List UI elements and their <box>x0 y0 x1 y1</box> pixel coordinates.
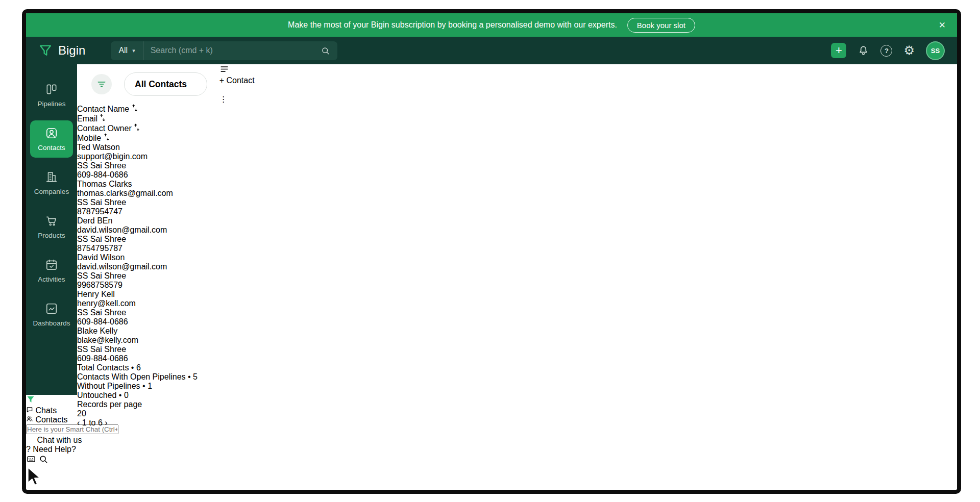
table-row[interactable]: Thomas Clarks thomas.clarks@gmail.com SS… <box>77 180 957 216</box>
contact-name[interactable]: Derd BEn <box>77 216 112 225</box>
contact-name-cell: David Wilson <box>77 253 957 262</box>
contact-mobile: 609-884-0686 <box>77 317 128 326</box>
search-input[interactable] <box>143 46 321 55</box>
search-scope-dropdown[interactable]: All ▾ <box>111 41 143 60</box>
sidebar-item-companies[interactable]: Companies <box>30 164 73 202</box>
sidebar-item-contacts[interactable]: Contacts <box>30 120 73 158</box>
table-row[interactable]: Blake Kelly blake@kelly.com SS Sai Shree… <box>77 327 957 363</box>
next-page-button[interactable]: › <box>105 418 107 427</box>
contact-email-cell: david.wilson@gmail.com <box>77 225 957 235</box>
contact-email: thomas.clarks@gmail.com <box>77 189 173 197</box>
sort-icon[interactable] <box>132 105 138 113</box>
contact-email: david.wilson@gmail.com <box>77 225 167 234</box>
record-range: 1 to 6 <box>82 418 103 427</box>
contact-mobile-cell: 8787954747 <box>77 207 957 216</box>
contact-mobile-cell: 9968758579 <box>77 281 957 290</box>
owner-avatar: SS <box>77 345 88 354</box>
column-header-email[interactable]: Email <box>77 114 957 123</box>
dashboards-icon <box>45 302 58 315</box>
more-options-button[interactable]: ⋮ <box>219 94 255 104</box>
chevron-down-icon: ▾ <box>193 81 197 88</box>
main-content: All Contacts ▾ ▾ + Contact <box>77 64 957 395</box>
contact-mobile: 609-884-0686 <box>77 170 128 179</box>
records-per-page-label: Records per page <box>77 400 142 409</box>
column-header-contact-owner[interactable]: Contact Owner <box>77 123 957 133</box>
table-row[interactable]: Henry Kell henry@kell.com SS Sai Shree 6… <box>77 290 957 327</box>
bullet-icon: • <box>142 382 145 390</box>
help-icon[interactable]: ? <box>880 45 892 57</box>
view-options-button[interactable]: ▾ <box>219 64 255 76</box>
contact-name[interactable]: Thomas Clarks <box>77 180 132 188</box>
sidebar-label: Activities <box>38 275 65 283</box>
sort-icon[interactable] <box>100 114 106 123</box>
stat-label: Total Contacts <box>77 363 129 372</box>
products-icon <box>45 214 58 228</box>
contact-email: david.wilson@gmail.com <box>77 262 167 271</box>
banner-close-icon[interactable]: ✕ <box>939 20 946 31</box>
user-avatar[interactable]: SS <box>926 41 945 60</box>
contact-email-cell: support@bigin.com <box>77 152 957 161</box>
column-header-mobile[interactable]: Mobile <box>77 133 957 143</box>
list-view-icon <box>219 64 229 74</box>
chat-bubble-icon <box>26 434 35 443</box>
search-icon[interactable] <box>321 46 330 56</box>
book-your-slot-button[interactable]: Book your slot <box>627 18 695 33</box>
add-contact-label: Contact <box>226 76 254 85</box>
pipelines-icon <box>45 83 58 96</box>
header-actions: + ? ⚙ SS <box>831 41 945 60</box>
chevron-down-icon: ▾ <box>132 47 135 54</box>
table-row[interactable]: Derd BEn david.wilson@gmail.com SS Sai S… <box>77 216 957 253</box>
contact-mobile: 8754795787 <box>77 244 122 253</box>
contact-name-cell: Derd BEn <box>77 216 957 225</box>
add-contact-main[interactable]: + Contact <box>219 76 255 85</box>
bigin-chat-logo-icon <box>26 397 35 406</box>
chat-with-us-button[interactable]: Chat with us <box>26 434 957 445</box>
contact-name[interactable]: Henry Kell <box>77 290 115 298</box>
contact-owner-cell: SS Sai Shree <box>77 161 957 170</box>
page-size-dropdown[interactable]: 20 ▾ <box>77 409 957 418</box>
contact-name-cell: Ted Watson <box>77 143 957 152</box>
need-help-button[interactable]: ? Need Help? <box>26 445 957 454</box>
sort-icon[interactable] <box>104 134 110 142</box>
contact-mobile: 609-884-0686 <box>77 354 128 363</box>
question-icon: ? <box>26 445 31 454</box>
previous-page-button[interactable]: ‹ <box>77 418 80 427</box>
sidebar-item-dashboards[interactable]: Dashboards <box>30 296 73 333</box>
stat-untouched: Untouched • 0 <box>77 391 957 400</box>
sidebar-label: Products <box>38 232 65 239</box>
owner-name: Sai Shree <box>90 235 126 243</box>
table-row[interactable]: David Wilson david.wilson@gmail.com SS S… <box>77 253 957 290</box>
owner-avatar: SS <box>77 235 88 243</box>
contact-name[interactable]: David Wilson <box>77 253 125 262</box>
owner-name: Sai Shree <box>90 308 126 317</box>
column-label: Email <box>77 114 97 123</box>
contact-email-cell: thomas.clarks@gmail.com <box>77 189 957 198</box>
app-header: Bigin All ▾ + ? ⚙ SS <box>26 37 957 64</box>
contact-name[interactable]: Blake Kelly <box>77 327 117 335</box>
list-toolbar: All Contacts ▾ ▾ + Contact <box>77 64 957 104</box>
contact-mobile-cell: 609-884-0686 <box>77 317 957 327</box>
stat-label: Contacts With Open Pipelines <box>77 372 186 381</box>
chevron-down-icon: ▾ <box>88 411 91 417</box>
quick-add-button[interactable]: + <box>831 43 846 58</box>
notifications-bell-icon[interactable] <box>857 45 869 57</box>
filter-button[interactable] <box>91 74 112 94</box>
chat-tab-label: Chats <box>35 406 57 415</box>
sort-icon[interactable] <box>134 124 140 133</box>
sidebar-item-pipelines[interactable]: Pipelines <box>30 77 73 114</box>
sidebar-item-products[interactable]: Products <box>30 208 73 245</box>
column-header-contact-name[interactable]: Contact Name <box>77 104 957 114</box>
sidebar-item-activities[interactable]: Activities <box>30 252 73 289</box>
shortcuts-icon[interactable] <box>26 457 38 466</box>
view-name: All Contacts <box>135 79 187 90</box>
people-icon <box>26 415 33 422</box>
table-row[interactable]: Ted Watson support@bigin.com SS Sai Shre… <box>77 143 957 180</box>
view-selector[interactable]: All Contacts ▾ <box>124 72 207 96</box>
search-icon[interactable] <box>38 457 48 466</box>
chat-with-us-label: Chat with us <box>37 436 82 444</box>
settings-gear-icon[interactable]: ⚙ <box>903 44 915 57</box>
global-search: All ▾ <box>111 41 337 60</box>
add-contact-dropdown[interactable]: ▾ <box>219 85 255 94</box>
add-contact-button[interactable]: + Contact ▾ <box>219 76 255 94</box>
contact-name[interactable]: Ted Watson <box>77 143 120 152</box>
